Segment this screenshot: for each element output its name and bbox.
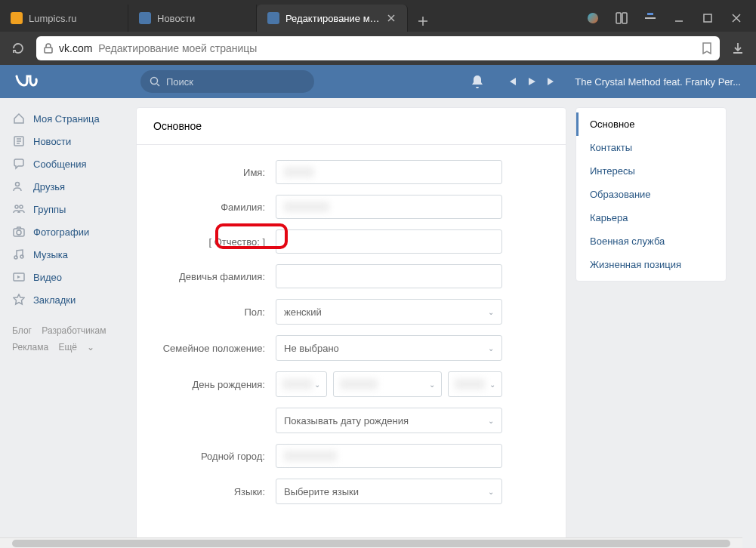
footer-more[interactable]: Ещё ⌄	[58, 342, 102, 353]
last-name-input[interactable]	[276, 195, 502, 219]
chevron-down-icon: ⌄	[488, 344, 494, 353]
section-contacts[interactable]: Контакты	[576, 136, 726, 159]
left-nav: Моя Страница Новости Сообщения Друзья Гр…	[0, 98, 136, 548]
svg-point-12	[17, 230, 21, 235]
window-controls	[573, 5, 756, 32]
svg-point-14	[20, 255, 23, 258]
section-education[interactable]: Образование	[576, 183, 726, 206]
nav-news[interactable]: Новости	[0, 130, 136, 152]
section-interests[interactable]: Интересы	[576, 159, 726, 183]
label-marital: Семейное положение:	[153, 343, 276, 354]
label-maiden-name: Девичья фамилия:	[153, 271, 276, 282]
section-life-position[interactable]: Жизненная позиция	[576, 253, 726, 276]
hometown-input[interactable]	[276, 444, 502, 468]
bday-year-select[interactable]: ⌄	[448, 371, 502, 397]
chevron-down-icon: ⌄	[488, 308, 494, 316]
svg-rect-0	[616, 13, 621, 23]
first-name-input[interactable]	[276, 160, 502, 184]
svg-point-13	[14, 256, 17, 259]
horizontal-scrollbar[interactable]	[0, 537, 742, 548]
svg-rect-3	[645, 17, 656, 19]
footer-ads[interactable]: Реклама	[12, 342, 48, 353]
label-patronymic: [ Отчество: ]	[153, 236, 276, 248]
nav-footer: Блог Разработчикам Реклама Ещё ⌄	[0, 311, 136, 368]
svg-rect-1	[622, 13, 627, 23]
svg-rect-5	[45, 48, 52, 53]
settings-sections: Основное Контакты Интересы Образование К…	[575, 107, 727, 282]
news-icon	[12, 134, 26, 148]
label-first-name: Имя:	[153, 167, 276, 178]
refresh-icon[interactable]	[11, 41, 26, 56]
lock-icon	[44, 43, 53, 54]
footer-blog[interactable]: Блог	[12, 325, 32, 336]
now-playing[interactable]: The Crystal Method feat. Franky Per...	[575, 76, 741, 88]
nav-groups[interactable]: Группы	[0, 198, 136, 220]
marital-select[interactable]: Не выбрано⌄	[276, 335, 502, 361]
svg-rect-4	[704, 14, 711, 22]
new-tab-button[interactable]	[412, 11, 434, 32]
favicon-icon	[139, 12, 151, 24]
label-languages: Языки:	[153, 486, 276, 497]
tab-lumpics[interactable]: Lumpics.ru	[0, 5, 128, 32]
svg-point-10	[20, 205, 23, 208]
extensions-icon[interactable]	[644, 12, 656, 24]
next-track-icon[interactable]	[546, 76, 557, 87]
chevron-down-icon: ⌄	[429, 380, 435, 389]
bookmark-icon[interactable]	[702, 42, 712, 54]
section-career[interactable]: Карьера	[576, 206, 726, 229]
edit-form-card: Основное Имя: Фамилия: [ Отчество: ] Дев…	[136, 107, 566, 548]
gender-select[interactable]: женский⌄	[276, 299, 502, 325]
footer-dev[interactable]: Разработчикам	[42, 325, 106, 336]
section-main[interactable]: Основное	[576, 112, 726, 136]
chevron-down-icon: ⌄	[489, 380, 495, 389]
bday-month-select[interactable]: ⌄	[333, 371, 442, 397]
nav-music[interactable]: Музыка	[0, 243, 136, 266]
search-icon	[150, 76, 160, 87]
bday-visibility-select[interactable]: Показывать дату рождения⌄	[276, 408, 502, 433]
downloads-icon[interactable]	[730, 41, 745, 56]
label-gender: Пол:	[153, 306, 276, 318]
patronymic-input[interactable]	[276, 229, 502, 254]
player-controls	[507, 76, 557, 87]
home-icon	[12, 112, 26, 125]
nav-photos[interactable]: Фотографии	[0, 220, 136, 243]
card-title: Основное	[137, 108, 566, 145]
notifications-icon[interactable]	[471, 74, 484, 89]
nav-my-page[interactable]: Моя Страница	[0, 107, 136, 130]
label-last-name: Фамилия:	[153, 202, 276, 213]
nav-video[interactable]: Видео	[0, 266, 136, 288]
close-icon[interactable]	[386, 13, 397, 23]
prev-track-icon[interactable]	[507, 76, 517, 87]
close-window-icon[interactable]	[730, 12, 742, 24]
camera-icon	[12, 225, 26, 239]
address-input[interactable]: vk.com Редактирование моей страницы	[36, 36, 720, 60]
label-birthday: День рождения:	[153, 379, 276, 390]
browser-ext-icon[interactable]	[587, 12, 599, 24]
message-icon	[12, 157, 26, 171]
address-title: Редактирование моей страницы	[98, 42, 696, 54]
svg-point-9	[15, 205, 18, 208]
maximize-icon[interactable]	[702, 12, 714, 24]
nav-bookmarks[interactable]: Закладки	[0, 288, 136, 311]
star-icon	[12, 293, 26, 306]
label-hometown: Родной город:	[153, 451, 276, 462]
minimize-icon[interactable]	[673, 12, 685, 24]
tab-news[interactable]: Новости	[128, 5, 257, 32]
nav-friends[interactable]: Друзья	[0, 175, 136, 198]
chevron-down-icon: ⌄	[488, 417, 494, 425]
bookmarks-panel-icon[interactable]	[616, 12, 628, 24]
vk-logo-icon[interactable]	[15, 75, 42, 88]
page-body: Моя Страница Новости Сообщения Друзья Гр…	[0, 98, 756, 548]
music-icon	[12, 248, 26, 261]
video-icon	[12, 270, 26, 284]
chevron-down-icon: ⌄	[87, 342, 94, 353]
section-military[interactable]: Военная служба	[576, 229, 726, 253]
maiden-name-input[interactable]	[276, 264, 502, 288]
languages-select[interactable]: Выберите языки⌄	[276, 479, 502, 504]
play-icon[interactable]	[526, 76, 537, 87]
bday-day-select[interactable]: ⌄	[276, 371, 327, 397]
nav-messages[interactable]: Сообщения	[0, 152, 136, 175]
search-input[interactable]: Поиск	[140, 70, 314, 93]
tab-title: Редактирование моей…	[285, 13, 380, 24]
tab-edit-page[interactable]: Редактирование моей…	[257, 5, 408, 32]
